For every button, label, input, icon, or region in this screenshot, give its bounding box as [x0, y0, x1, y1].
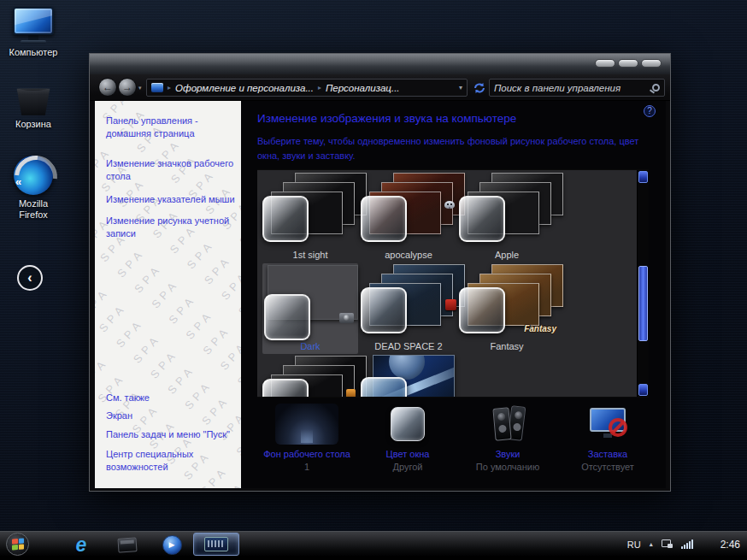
sounds-icon — [489, 405, 526, 443]
theme-row3-item[interactable] — [262, 355, 358, 398]
desktop-icon-label: Mozilla Firefox — [7, 198, 60, 221]
desktop-background-button[interactable]: Фон рабочего стола 1 — [256, 402, 358, 486]
theme-dead-space-2[interactable]: DEAD SPACE 2 — [361, 263, 456, 354]
breadcrumb-appearance[interactable]: Оформление и персонализа... — [175, 83, 314, 93]
address-bar[interactable]: ▸ Оформление и персонализа... ▸ Персонал… — [146, 79, 468, 97]
media-player-button[interactable]: ▶ — [157, 533, 186, 556]
close-button[interactable] — [641, 59, 662, 68]
taskbar: e ▶ RU ▴ 2:46 — [0, 531, 747, 556]
theme-fantasy[interactable]: Fantasy Fantasy — [459, 263, 555, 354]
network-icon[interactable] — [662, 539, 673, 549]
forward-button[interactable]: → — [118, 78, 137, 97]
setting-value: Отсутствует — [581, 462, 634, 472]
personalization-window: ← → ▾ ▸ Оформление и персонализа... ▸ Пе… — [89, 53, 671, 492]
sidebar-link-ease-of-access[interactable]: Центр специальных возможностей — [106, 448, 236, 474]
sidebar-link-control-panel-home[interactable]: Панель управления - домашняя страница — [106, 115, 236, 140]
fantasy-logo: Fantasy — [524, 324, 556, 333]
sidebar-link-mouse-pointers[interactable]: Изменение указателей мыши — [106, 193, 236, 206]
sidebar-link-account-picture[interactable]: Изменение рисунка учетной записи — [106, 215, 236, 240]
firefox-icon — [0, 156, 67, 195]
scroll-up-button[interactable] — [638, 171, 648, 183]
internet-explorer-button[interactable]: e — [67, 533, 96, 556]
language-indicator[interactable]: RU — [627, 539, 641, 550]
theme-1st-sight[interactable]: 1st sight — [262, 172, 358, 262]
sidebar-link-taskbar-start-menu[interactable]: Панель задач и меню "Пуск" — [106, 428, 236, 441]
theme-settings-row: Фон рабочего стола 1 Цвет окна Другой Зв… — [241, 402, 666, 486]
setting-label: Звуки — [496, 449, 521, 459]
scroll-down-button[interactable] — [638, 384, 648, 396]
theme-name: apocalypse — [361, 250, 456, 260]
refresh-button[interactable] — [473, 82, 485, 94]
minimize-button[interactable] — [595, 59, 615, 68]
window-color-button[interactable]: Цвет окна Другой — [356, 402, 459, 486]
page-title: Изменение изображения и звука на компьют… — [257, 112, 516, 125]
folder-icon — [117, 537, 137, 552]
active-window-taskbar-button[interactable] — [193, 533, 239, 556]
navigation-toolbar: ← → ▾ ▸ Оформление и персонализа... ▸ Пе… — [90, 74, 670, 101]
theme-dark-selected[interactable]: Dark — [262, 263, 358, 354]
gallery-scrollbar[interactable] — [637, 170, 649, 397]
help-button[interactable]: ? — [644, 105, 656, 117]
setting-value: Другой — [393, 462, 423, 472]
theme-gloss-icon — [262, 196, 309, 242]
scrollbar-thumb[interactable] — [638, 266, 648, 341]
taskbar-bottom-strip — [0, 556, 747, 560]
forward-arrow-icon: → — [122, 81, 132, 93]
setting-label: Фон рабочего стола — [263, 449, 350, 459]
theme-name: Fantasy — [459, 341, 555, 351]
theme-row3-item[interactable] — [361, 355, 456, 398]
dock-toggle-button[interactable]: ‹ — [17, 265, 43, 291]
desktop-icon-computer[interactable]: Компьютер — [0, 7, 67, 58]
search-icon[interactable] — [652, 84, 660, 91]
theme-apocalypse[interactable]: apocalypse — [361, 172, 456, 262]
maximize-button[interactable] — [618, 59, 638, 68]
sidebar-link-desktop-icons[interactable]: Изменение значков рабочего стола — [106, 157, 236, 183]
desktop-icon-recycle-bin[interactable]: Корзина — [0, 83, 67, 130]
help-icon: ? — [647, 106, 652, 115]
desktop: Компьютер Корзина Mozilla Firefox ‹ ← → — [0, 0, 747, 560]
address-dropdown-icon[interactable]: ▾ — [459, 84, 462, 91]
sidebar: SPA SPA SPA SPA SPA SPA SPA SPA SPA SPA … — [95, 101, 241, 488]
orange-badge-icon — [346, 389, 356, 398]
screensaver-icon — [588, 406, 627, 442]
theme-gloss-icon — [459, 287, 505, 333]
camera-badge-icon — [339, 313, 354, 323]
chevron-left-icon: ‹ — [27, 270, 32, 286]
sounds-button[interactable]: Звуки По умолчанию — [456, 402, 559, 486]
theme-apple[interactable]: Apple — [459, 172, 555, 262]
see-also-header: См. также — [106, 392, 236, 403]
window-titlebar[interactable] — [90, 54, 670, 74]
desktop-icon-label: Компьютер — [0, 47, 67, 58]
recycle-bin-icon — [0, 83, 67, 115]
recent-pages-dropdown[interactable]: ▾ — [138, 85, 142, 91]
desktop-icon-firefox[interactable]: Mozilla Firefox — [0, 156, 67, 221]
play-icon: ▶ — [169, 540, 175, 549]
control-panel-icon — [151, 83, 163, 92]
theme-gallery: 1st sight apocalypse Apple — [257, 169, 649, 398]
search-input[interactable] — [494, 83, 652, 93]
breadcrumb-personalization[interactable]: Персонализац... — [326, 83, 400, 93]
signal-bars-icon[interactable] — [681, 539, 693, 549]
window-color-icon — [391, 407, 425, 441]
internet-explorer-icon: e — [76, 535, 87, 555]
back-arrow-icon: ← — [103, 81, 113, 93]
start-button[interactable] — [6, 533, 29, 556]
show-hidden-icons-button[interactable]: ▴ — [650, 540, 653, 548]
red-badge-icon — [445, 299, 456, 310]
theme-gloss-icon — [264, 294, 310, 340]
breadcrumb-separator-icon: ▸ — [318, 84, 321, 91]
setting-value: 1 — [304, 462, 309, 472]
taskbar-clock[interactable]: 2:46 — [721, 539, 740, 551]
theme-gloss-icon — [459, 196, 505, 242]
computer-icon — [0, 7, 67, 44]
theme-gloss-icon — [361, 377, 407, 398]
refresh-icon — [473, 82, 485, 94]
chevron-down-icon: ▾ — [138, 85, 142, 91]
theme-name: Apple — [459, 250, 555, 260]
search-box[interactable] — [489, 79, 665, 97]
back-button[interactable]: ← — [98, 78, 117, 97]
file-explorer-button[interactable] — [113, 533, 142, 556]
sidebar-link-display[interactable]: Экран — [106, 410, 236, 422]
theme-gloss-icon — [361, 196, 407, 242]
screensaver-button[interactable]: Заставка Отсутствует — [556, 402, 659, 486]
